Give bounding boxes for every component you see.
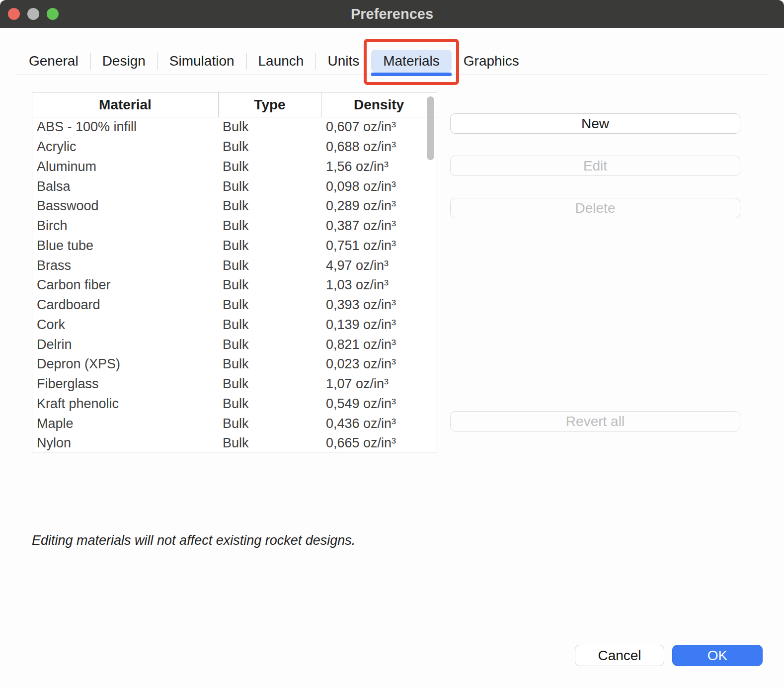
type-cell: Bulk [219, 139, 321, 155]
type-cell: Bulk [219, 435, 321, 451]
density-cell: 0,688 oz/in³ [321, 139, 436, 155]
tab-label: Design [102, 53, 146, 69]
material-cell: Cardboard [32, 297, 219, 313]
tab-launch[interactable]: Launch [246, 50, 316, 73]
density-cell: 0,387 oz/in³ [321, 218, 436, 234]
material-cell: Delrin [32, 337, 219, 352]
revert-all-button[interactable]: Revert all [450, 411, 740, 431]
type-cell: Bulk [219, 337, 321, 352]
table-row[interactable]: Carbon fiberBulk1,03 oz/in³ [32, 275, 437, 295]
tab-units[interactable]: Units [315, 50, 371, 73]
density-cell: 1,07 oz/in³ [321, 376, 436, 392]
table-row[interactable]: MapleBulk0,436 oz/in³ [32, 414, 437, 433]
table-row[interactable]: BalsaBulk0,098 oz/in³ [32, 176, 437, 196]
material-cell: Birch [32, 218, 219, 234]
table-row[interactable]: NylonBulk0,665 oz/in³ [32, 433, 437, 452]
tab-label: Units [327, 53, 359, 69]
density-cell: 0,751 oz/in³ [321, 238, 436, 254]
table-row[interactable]: DelrinBulk0,821 oz/in³ [32, 335, 437, 354]
material-cell: Fiberglass [32, 376, 219, 392]
delete-button[interactable]: Delete [450, 198, 740, 218]
material-cell: Acrylic [32, 139, 219, 155]
table-row[interactable]: Blue tubeBulk0,751 oz/in³ [32, 236, 437, 256]
table-row[interactable]: CardboardBulk0,393 oz/in³ [32, 295, 437, 315]
type-cell: Bulk [219, 317, 321, 333]
density-cell: 0,665 oz/in³ [321, 435, 436, 451]
type-cell: Bulk [219, 159, 321, 174]
density-cell: 0,549 oz/in³ [321, 396, 436, 412]
tab-label: Graphics [464, 53, 519, 69]
type-cell: Bulk [219, 396, 321, 412]
column-header-material[interactable]: Material [32, 92, 219, 117]
type-cell: Bulk [219, 376, 321, 392]
material-cell: Blue tube [32, 238, 219, 254]
tab-label: Materials [383, 53, 440, 69]
selected-tab-underline [371, 73, 452, 76]
table-row[interactable]: Kraft phenolicBulk0,549 oz/in³ [32, 394, 437, 414]
tab-design[interactable]: Design [90, 50, 157, 73]
edit-button[interactable]: Edit [450, 156, 740, 176]
density-cell: 0,098 oz/in³ [321, 179, 436, 194]
type-cell: Bulk [219, 416, 321, 431]
table-row[interactable]: BirchBulk0,387 oz/in³ [32, 216, 437, 236]
density-cell: 0,023 oz/in³ [321, 356, 436, 372]
type-cell: Bulk [219, 119, 321, 135]
material-cell: Carbon fiber [32, 277, 219, 293]
table-row[interactable]: BrassBulk4,97 oz/in³ [32, 256, 437, 275]
tab-simulation[interactable]: Simulation [157, 50, 246, 73]
tab-graphics[interactable]: Graphics [452, 50, 531, 73]
table-row[interactable]: AcrylicBulk0,688 oz/in³ [32, 137, 437, 157]
ok-button[interactable]: OK [672, 645, 763, 666]
type-cell: Bulk [219, 218, 321, 234]
materials-table: MaterialTypeDensity ABS - 100% infillBul… [32, 92, 437, 452]
type-cell: Bulk [219, 238, 321, 254]
type-cell: Bulk [219, 179, 321, 194]
table-row[interactable]: ABS - 100% infillBulk0,607 oz/in³ [32, 117, 437, 137]
density-cell: 0,139 oz/in³ [321, 317, 436, 333]
close-button-icon[interactable] [8, 8, 20, 20]
column-header-type[interactable]: Type [219, 92, 321, 117]
tab-label: General [29, 53, 78, 69]
density-cell: 0,436 oz/in³ [321, 416, 436, 431]
materials-note: Editing materials will not affect existi… [32, 533, 355, 548]
type-cell: Bulk [219, 258, 321, 273]
type-cell: Bulk [219, 277, 321, 293]
tab-materials[interactable]: Materials [371, 50, 452, 73]
material-cell: Depron (XPS) [32, 356, 219, 372]
table-row[interactable]: BasswoodBulk0,289 oz/in³ [32, 196, 437, 216]
tab-label: Launch [258, 53, 304, 69]
material-cell: Maple [32, 416, 219, 431]
tab-label: Simulation [169, 53, 235, 69]
minimize-button-icon[interactable] [27, 8, 39, 20]
material-cell: Brass [32, 258, 219, 273]
density-cell: 1,03 oz/in³ [321, 277, 436, 293]
table-body: ABS - 100% infillBulk0,607 oz/in³Acrylic… [32, 117, 437, 452]
type-cell: Bulk [219, 297, 321, 313]
material-cell: ABS - 100% infill [32, 119, 219, 135]
table-row[interactable]: FiberglassBulk1,07 oz/in³ [32, 374, 437, 394]
traffic-lights [8, 8, 59, 20]
table-row[interactable]: AluminumBulk1,56 oz/in³ [32, 157, 437, 177]
density-cell: 0,821 oz/in³ [321, 337, 436, 352]
zoom-button-icon[interactable] [47, 8, 59, 20]
tab-general[interactable]: General [17, 50, 90, 73]
tab-bar: GeneralDesignSimulationLaunchUnitsMateri… [0, 47, 784, 75]
density-cell: 4,97 oz/in³ [321, 258, 436, 273]
material-cell: Aluminum [32, 159, 219, 174]
column-header-density[interactable]: Density [321, 92, 436, 117]
type-cell: Bulk [219, 198, 321, 214]
new-button[interactable]: New [450, 113, 740, 134]
table-header: MaterialTypeDensity [32, 92, 437, 117]
material-cell: Cork [32, 317, 219, 333]
cancel-button[interactable]: Cancel [575, 645, 664, 666]
material-cell: Nylon [32, 435, 219, 451]
material-cell: Kraft phenolic [32, 396, 219, 412]
material-cell: Balsa [32, 179, 219, 194]
density-cell: 0,607 oz/in³ [321, 119, 436, 135]
vertical-scrollbar[interactable] [427, 96, 434, 160]
density-cell: 1,56 oz/in³ [321, 159, 436, 174]
type-cell: Bulk [219, 356, 321, 372]
table-row[interactable]: CorkBulk0,139 oz/in³ [32, 315, 437, 335]
table-row[interactable]: Depron (XPS)Bulk0,023 oz/in³ [32, 354, 437, 374]
material-cell: Basswood [32, 198, 219, 214]
